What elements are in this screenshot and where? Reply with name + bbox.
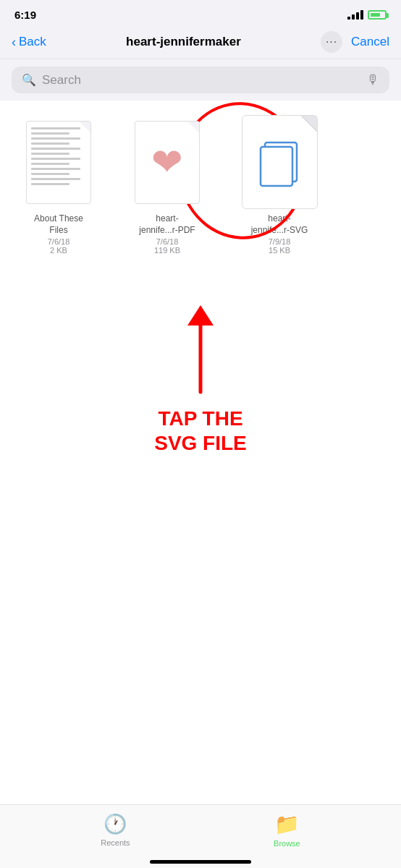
- nav-actions: ··· Cancel: [321, 31, 389, 53]
- file-item-about[interactable]: About TheseFiles 7/6/18 2 KB: [12, 115, 106, 255]
- files-grid: About TheseFiles 7/6/18 2 KB ❤ heart-jen…: [12, 115, 389, 255]
- file-date-svg: 7/9/18: [269, 237, 291, 246]
- nav-title: heart-jennifermaker: [46, 35, 321, 49]
- search-container: 🔍 Search 🎙: [0, 59, 401, 101]
- browse-label: Browse: [274, 839, 300, 848]
- svg-rect-3: [261, 147, 292, 186]
- battery-icon: [368, 10, 387, 20]
- file-thumb-svg: [242, 115, 318, 209]
- doc-thumbnail: [26, 121, 91, 204]
- file-item-heart-pdf[interactable]: ❤ heart-jennife...r-PDF 7/6/18 119 KB: [120, 115, 214, 255]
- browse-icon: 📁: [274, 812, 300, 836]
- file-thumb-about: [19, 115, 98, 209]
- file-size-about: 2 KB: [50, 246, 67, 255]
- annotation-layer: About TheseFiles 7/6/18 2 KB ❤ heart-jen…: [12, 115, 389, 255]
- file-item-heart-svg[interactable]: heart-jennife...r-SVG 7/9/18 15 KB: [229, 115, 330, 255]
- file-name-about: About TheseFiles: [34, 213, 83, 236]
- doc-lines: [27, 122, 90, 194]
- svg-marker-5: [187, 305, 214, 326]
- instruction-text: TAP THE SVG FILE: [154, 407, 247, 455]
- back-chevron-icon: ‹: [12, 35, 16, 50]
- search-input[interactable]: Search: [42, 73, 360, 88]
- signal-icon: [347, 10, 363, 20]
- heart-corner-fold: [187, 122, 199, 133]
- tab-bar: 🕐 Recents 📁 Browse: [0, 804, 401, 868]
- file-date-pdf: 7/6/18: [156, 237, 179, 246]
- file-date-about: 7/6/18: [48, 237, 70, 246]
- status-bar: 6:19: [0, 0, 401, 25]
- search-bar[interactable]: 🔍 Search 🎙: [12, 67, 389, 93]
- cancel-button[interactable]: Cancel: [351, 35, 389, 49]
- home-indicator: [150, 860, 251, 864]
- back-button[interactable]: ‹ Back: [12, 35, 46, 50]
- microphone-icon[interactable]: 🎙: [366, 72, 379, 88]
- status-time: 6:19: [14, 9, 36, 21]
- file-size-pdf: 119 KB: [154, 246, 180, 255]
- stacked-pages-svg: [258, 137, 301, 187]
- heart-icon: ❤: [151, 140, 183, 184]
- recents-label: Recents: [101, 838, 130, 847]
- recents-icon: 🕐: [104, 813, 127, 835]
- svg-file-icon: [258, 137, 301, 187]
- more-button[interactable]: ···: [321, 31, 342, 53]
- tab-recents[interactable]: 🕐 Recents: [101, 813, 130, 847]
- file-thumb-pdf: ❤: [127, 115, 207, 209]
- files-area: About TheseFiles 7/6/18 2 KB ❤ heart-jen…: [0, 101, 401, 469]
- file-size-svg: 15 KB: [269, 246, 290, 255]
- nav-bar: ‹ Back heart-jennifermaker ··· Cancel: [0, 25, 401, 59]
- search-icon: 🔍: [22, 73, 36, 87]
- more-icon: ···: [326, 35, 337, 48]
- tab-browse[interactable]: 📁 Browse: [274, 812, 300, 848]
- instruction-area: TAP THE SVG FILE: [12, 298, 389, 455]
- back-label: Back: [19, 35, 46, 49]
- file-name-svg: heart-jennife...r-SVG: [251, 213, 308, 236]
- file-name-pdf: heart-jennife...r-PDF: [139, 213, 195, 236]
- arrow-annotation: [172, 298, 229, 399]
- status-icons: [347, 10, 387, 20]
- heart-thumbnail: ❤: [135, 121, 200, 204]
- svg-corner-fold-icon: [301, 116, 317, 132]
